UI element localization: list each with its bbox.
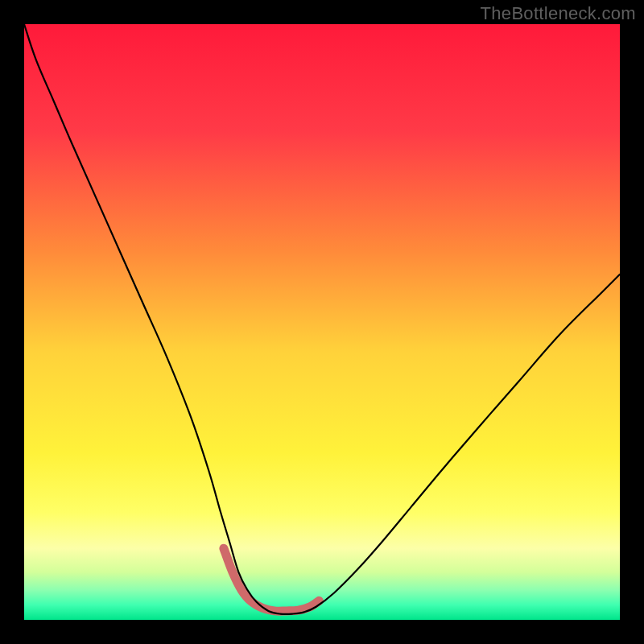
curve-layer bbox=[24, 24, 620, 620]
watermark-text: TheBottleneck.com bbox=[481, 3, 636, 24]
bottleneck-curve bbox=[24, 24, 620, 614]
plot-area bbox=[24, 24, 620, 620]
chart-frame: TheBottleneck.com bbox=[0, 0, 644, 644]
highlight-band bbox=[224, 548, 319, 611]
